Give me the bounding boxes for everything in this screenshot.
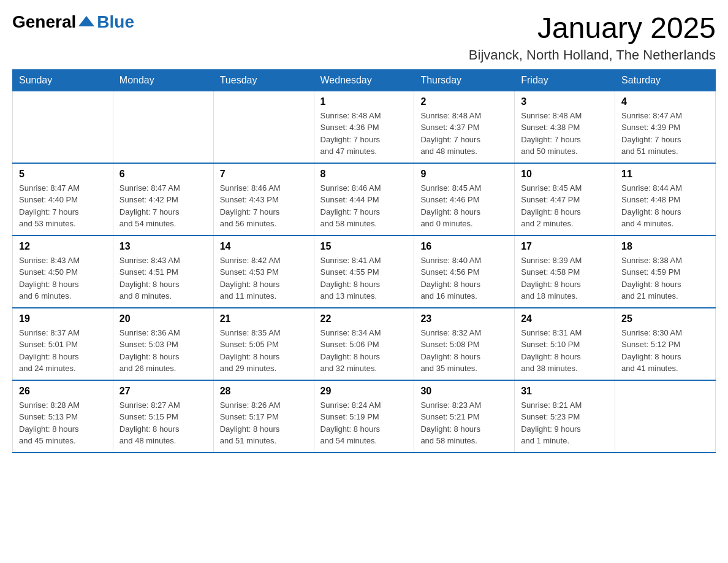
calendar-cell: 16Sunrise: 8:40 AMSunset: 4:56 PMDayligh… xyxy=(414,236,515,308)
calendar-week-row: 19Sunrise: 8:37 AMSunset: 5:01 PMDayligh… xyxy=(13,308,716,380)
calendar-cell: 22Sunrise: 8:34 AMSunset: 5:06 PMDayligh… xyxy=(314,308,414,380)
day-number: 5 xyxy=(19,169,107,180)
calendar-cell: 7Sunrise: 8:46 AMSunset: 4:43 PMDaylight… xyxy=(213,163,314,236)
day-number: 26 xyxy=(19,386,107,397)
day-info: Sunrise: 8:21 AMSunset: 5:23 PMDaylight:… xyxy=(521,399,609,447)
weekday-header-thursday: Thursday xyxy=(414,69,515,91)
calendar-cell xyxy=(615,380,716,453)
day-info: Sunrise: 8:48 AMSunset: 4:37 PMDaylight:… xyxy=(420,110,508,158)
calendar-cell: 15Sunrise: 8:41 AMSunset: 4:55 PMDayligh… xyxy=(314,236,414,308)
day-info: Sunrise: 8:47 AMSunset: 4:42 PMDaylight:… xyxy=(119,182,207,230)
weekday-header-saturday: Saturday xyxy=(615,69,716,91)
logo-icon xyxy=(77,13,96,31)
page-header: General Blue January 2025 Bijvanck, Nort… xyxy=(12,12,716,63)
day-info: Sunrise: 8:28 AMSunset: 5:13 PMDaylight:… xyxy=(19,399,107,447)
calendar-week-row: 1Sunrise: 8:48 AMSunset: 4:36 PMDaylight… xyxy=(13,91,716,163)
day-info: Sunrise: 8:35 AMSunset: 5:05 PMDaylight:… xyxy=(220,327,308,375)
calendar-table: SundayMondayTuesdayWednesdayThursdayFrid… xyxy=(12,69,716,453)
day-number: 3 xyxy=(521,96,609,107)
day-number: 13 xyxy=(119,241,207,252)
day-info: Sunrise: 8:30 AMSunset: 5:12 PMDaylight:… xyxy=(621,327,709,375)
svg-marker-0 xyxy=(78,16,94,26)
calendar-cell xyxy=(213,91,314,163)
weekday-header-friday: Friday xyxy=(515,69,615,91)
day-info: Sunrise: 8:32 AMSunset: 5:08 PMDaylight:… xyxy=(420,327,508,375)
calendar-cell: 6Sunrise: 8:47 AMSunset: 4:42 PMDaylight… xyxy=(113,163,213,236)
day-number: 24 xyxy=(521,313,609,324)
calendar-week-row: 5Sunrise: 8:47 AMSunset: 4:40 PMDaylight… xyxy=(13,163,716,236)
day-number: 30 xyxy=(420,386,508,397)
day-number: 15 xyxy=(320,241,408,252)
day-info: Sunrise: 8:48 AMSunset: 4:38 PMDaylight:… xyxy=(521,110,609,158)
calendar-cell: 20Sunrise: 8:36 AMSunset: 5:03 PMDayligh… xyxy=(113,308,213,380)
calendar-cell: 18Sunrise: 8:38 AMSunset: 4:59 PMDayligh… xyxy=(615,236,716,308)
calendar-cell: 13Sunrise: 8:43 AMSunset: 4:51 PMDayligh… xyxy=(113,236,213,308)
title-area: January 2025 Bijvanck, North Holland, Th… xyxy=(469,12,716,63)
day-number: 31 xyxy=(521,386,609,397)
day-info: Sunrise: 8:48 AMSunset: 4:36 PMDaylight:… xyxy=(320,110,408,158)
logo: General Blue xyxy=(12,12,134,32)
calendar-cell: 11Sunrise: 8:44 AMSunset: 4:48 PMDayligh… xyxy=(615,163,716,236)
calendar-cell: 29Sunrise: 8:24 AMSunset: 5:19 PMDayligh… xyxy=(314,380,414,453)
location-title: Bijvanck, North Holland, The Netherlands xyxy=(469,47,716,63)
day-info: Sunrise: 8:34 AMSunset: 5:06 PMDaylight:… xyxy=(320,327,408,375)
day-info: Sunrise: 8:44 AMSunset: 4:48 PMDaylight:… xyxy=(621,182,709,230)
calendar-cell: 28Sunrise: 8:26 AMSunset: 5:17 PMDayligh… xyxy=(213,380,314,453)
day-info: Sunrise: 8:47 AMSunset: 4:39 PMDaylight:… xyxy=(621,110,709,158)
day-info: Sunrise: 8:39 AMSunset: 4:58 PMDaylight:… xyxy=(521,255,609,302)
day-number: 29 xyxy=(320,386,408,397)
day-info: Sunrise: 8:27 AMSunset: 5:15 PMDaylight:… xyxy=(119,399,207,447)
day-number: 16 xyxy=(420,241,508,252)
day-number: 23 xyxy=(420,313,508,324)
calendar-cell: 5Sunrise: 8:47 AMSunset: 4:40 PMDaylight… xyxy=(13,163,113,236)
weekday-header-tuesday: Tuesday xyxy=(213,69,314,91)
calendar-cell: 17Sunrise: 8:39 AMSunset: 4:58 PMDayligh… xyxy=(515,236,615,308)
calendar-cell: 30Sunrise: 8:23 AMSunset: 5:21 PMDayligh… xyxy=(414,380,515,453)
day-number: 28 xyxy=(220,386,308,397)
calendar-cell: 10Sunrise: 8:45 AMSunset: 4:47 PMDayligh… xyxy=(515,163,615,236)
day-info: Sunrise: 8:43 AMSunset: 4:51 PMDaylight:… xyxy=(119,255,207,302)
calendar-cell: 24Sunrise: 8:31 AMSunset: 5:10 PMDayligh… xyxy=(515,308,615,380)
day-number: 6 xyxy=(119,169,207,180)
weekday-header-wednesday: Wednesday xyxy=(314,69,414,91)
day-number: 10 xyxy=(521,169,609,180)
calendar-week-row: 26Sunrise: 8:28 AMSunset: 5:13 PMDayligh… xyxy=(13,380,716,453)
weekday-header-row: SundayMondayTuesdayWednesdayThursdayFrid… xyxy=(13,69,716,91)
day-number: 7 xyxy=(220,169,308,180)
day-info: Sunrise: 8:38 AMSunset: 4:59 PMDaylight:… xyxy=(621,255,709,302)
day-number: 18 xyxy=(621,241,709,252)
calendar-cell: 9Sunrise: 8:45 AMSunset: 4:46 PMDaylight… xyxy=(414,163,515,236)
day-number: 12 xyxy=(19,241,107,252)
weekday-header-monday: Monday xyxy=(113,69,213,91)
day-info: Sunrise: 8:23 AMSunset: 5:21 PMDaylight:… xyxy=(420,399,508,447)
day-info: Sunrise: 8:31 AMSunset: 5:10 PMDaylight:… xyxy=(521,327,609,375)
day-info: Sunrise: 8:26 AMSunset: 5:17 PMDaylight:… xyxy=(220,399,308,447)
day-info: Sunrise: 8:43 AMSunset: 4:50 PMDaylight:… xyxy=(19,255,107,302)
day-number: 21 xyxy=(220,313,308,324)
day-info: Sunrise: 8:46 AMSunset: 4:43 PMDaylight:… xyxy=(220,182,308,230)
day-info: Sunrise: 8:41 AMSunset: 4:55 PMDaylight:… xyxy=(320,255,408,302)
day-number: 9 xyxy=(420,169,508,180)
day-info: Sunrise: 8:45 AMSunset: 4:46 PMDaylight:… xyxy=(420,182,508,230)
calendar-cell xyxy=(13,91,113,163)
day-number: 19 xyxy=(19,313,107,324)
calendar-cell: 8Sunrise: 8:46 AMSunset: 4:44 PMDaylight… xyxy=(314,163,414,236)
calendar-cell: 23Sunrise: 8:32 AMSunset: 5:08 PMDayligh… xyxy=(414,308,515,380)
calendar-cell: 3Sunrise: 8:48 AMSunset: 4:38 PMDaylight… xyxy=(515,91,615,163)
calendar-week-row: 12Sunrise: 8:43 AMSunset: 4:50 PMDayligh… xyxy=(13,236,716,308)
day-info: Sunrise: 8:24 AMSunset: 5:19 PMDaylight:… xyxy=(320,399,408,447)
calendar-cell: 1Sunrise: 8:48 AMSunset: 4:36 PMDaylight… xyxy=(314,91,414,163)
day-info: Sunrise: 8:42 AMSunset: 4:53 PMDaylight:… xyxy=(220,255,308,302)
calendar-cell: 4Sunrise: 8:47 AMSunset: 4:39 PMDaylight… xyxy=(615,91,716,163)
day-number: 22 xyxy=(320,313,408,324)
day-number: 1 xyxy=(320,96,408,107)
day-number: 4 xyxy=(621,96,709,107)
day-number: 27 xyxy=(119,386,207,397)
month-title: January 2025 xyxy=(469,12,716,45)
calendar-cell: 12Sunrise: 8:43 AMSunset: 4:50 PMDayligh… xyxy=(13,236,113,308)
logo-general-text: General xyxy=(12,12,76,32)
day-number: 8 xyxy=(320,169,408,180)
calendar-cell: 2Sunrise: 8:48 AMSunset: 4:37 PMDaylight… xyxy=(414,91,515,163)
calendar-cell: 14Sunrise: 8:42 AMSunset: 4:53 PMDayligh… xyxy=(213,236,314,308)
day-number: 17 xyxy=(521,241,609,252)
